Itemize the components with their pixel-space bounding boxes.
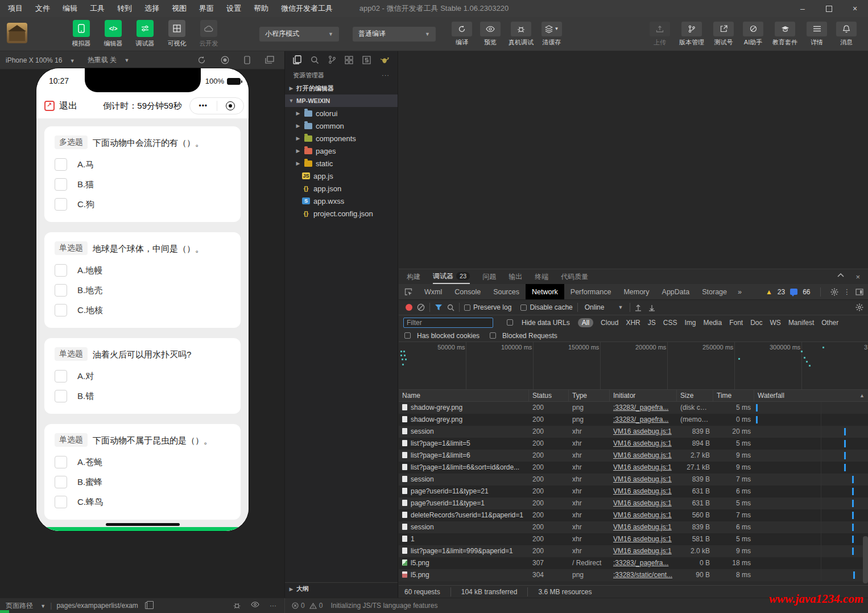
messages-button[interactable]: 消息 <box>836 22 857 47</box>
throttling-select[interactable]: Online ▼ <box>582 303 626 311</box>
network-row[interactable]: shadow-grey.png200png:33283/_pagefra...(… <box>399 402 868 414</box>
dock-side-icon[interactable] <box>855 289 863 295</box>
network-row[interactable]: l5.png304png:33283/static/cent...90 B8 m… <box>399 569 868 581</box>
tree-item-colorui[interactable]: ▶colorui <box>285 107 398 120</box>
network-settings-gear-icon[interactable] <box>855 303 863 311</box>
minimize-button[interactable]: – <box>790 0 816 17</box>
teapot-icon[interactable] <box>380 56 390 64</box>
checkbox-icon[interactable] <box>55 264 67 277</box>
import-har-icon[interactable] <box>635 304 642 311</box>
tab-output[interactable]: 输出 <box>509 269 522 284</box>
restart-icon[interactable] <box>197 56 206 64</box>
option-row[interactable]: A.地幔 <box>55 264 230 277</box>
menu-item-help[interactable]: 帮助 <box>254 3 268 14</box>
search-icon[interactable] <box>447 304 454 311</box>
option-row[interactable]: C.地核 <box>55 304 230 316</box>
watch-icon[interactable] <box>251 602 259 610</box>
network-row[interactable]: session200xhrVM16 asdebug.js:1839 B7 ms <box>399 474 868 486</box>
option-row[interactable]: C.蜂鸟 <box>55 496 230 508</box>
tab-performance[interactable]: Performance <box>564 284 618 299</box>
mode-select[interactable]: 小程序模式 ▼ <box>259 27 339 42</box>
network-row[interactable]: 1200xhrVM16 asdebug.js:1581 B5 ms <box>399 533 868 545</box>
type-filter-xhr[interactable]: XHR <box>626 319 640 327</box>
warnings-status[interactable]: 0 <box>309 602 323 610</box>
page-path-label[interactable]: 页面路径 ▼ <box>6 601 46 611</box>
network-row[interactable]: list?page=1&limit=6&sort=id&orde...200xh… <box>399 462 868 474</box>
menu-item-interface[interactable]: 界面 <box>199 3 214 14</box>
exit-button[interactable]: 退出 <box>59 100 77 112</box>
tree-item-static[interactable]: ▶static <box>285 157 398 170</box>
clear-cache-button[interactable]: ▼ 清缓存 <box>542 22 562 47</box>
outline-section[interactable]: ▶ 大纲 <box>285 582 398 595</box>
checkbox-icon[interactable] <box>55 178 67 191</box>
network-row[interactable]: page?userid=11&type=1200xhrVM16 asdebug.… <box>399 497 868 509</box>
tree-item-components[interactable]: ▶components <box>285 132 398 145</box>
tab-memory[interactable]: Memory <box>617 284 655 299</box>
menu-item-edit[interactable]: 编辑 <box>63 3 77 14</box>
more-options-icon[interactable]: ··· <box>270 602 276 610</box>
tab-debugger[interactable]: 调试器23 <box>433 269 470 284</box>
initiator-link[interactable]: VM16 asdebug.js:1 <box>613 499 672 507</box>
network-row[interactable]: session200xhrVM16 asdebug.js:1839 B20 ms <box>399 426 868 438</box>
explorer-more-icon[interactable]: ··· <box>382 72 390 79</box>
debug-status-icon[interactable] <box>233 602 241 610</box>
files-icon[interactable] <box>293 55 301 64</box>
kebab-menu-icon[interactable]: ⋮ <box>844 287 851 296</box>
editor-area[interactable] <box>399 51 868 269</box>
initiator-link[interactable]: :33283/_pagefra... <box>613 559 668 567</box>
checkbox-icon[interactable] <box>55 284 67 297</box>
filter-funnel-icon[interactable] <box>435 304 443 311</box>
collapse-panel-icon[interactable] <box>837 273 844 281</box>
tab-sources[interactable]: Sources <box>487 284 526 299</box>
hot-reload-select[interactable]: 热重载 关 ▼ <box>88 55 130 65</box>
checkbox-icon[interactable] <box>55 456 67 468</box>
checkbox-icon[interactable] <box>55 158 67 171</box>
project-root-section[interactable]: ▼ MP-WEIXIN <box>285 94 398 107</box>
more-menu-button[interactable]: ••• <box>190 102 217 110</box>
menu-item-file[interactable]: 文件 <box>35 3 50 14</box>
type-filter-ws[interactable]: WS <box>770 319 781 327</box>
search-icon[interactable] <box>311 56 319 64</box>
network-row[interactable]: page?userid=11&type=21200xhrVM16 asdebug… <box>399 486 868 497</box>
maximize-button[interactable] <box>816 0 842 17</box>
debugger-toggle-button[interactable]: 调试器 <box>132 20 158 48</box>
filter-input[interactable] <box>403 318 493 328</box>
compile-button[interactable]: 编译 <box>452 22 472 47</box>
menu-item-devtools[interactable]: 微信开发者工具 <box>281 3 333 14</box>
tab-problems[interactable]: 问题 <box>482 269 496 284</box>
visualization-toggle-button[interactable]: 可视化 <box>164 20 190 48</box>
cloud-dev-button[interactable]: 云开发 <box>196 20 222 48</box>
menu-item-project[interactable]: 项目 <box>8 3 23 14</box>
menu-item-view[interactable]: 视图 <box>172 3 187 14</box>
initiator-link[interactable]: VM16 asdebug.js:1 <box>613 487 672 495</box>
copy-icon[interactable] <box>145 602 151 609</box>
checkbox-icon[interactable] <box>55 198 67 211</box>
menu-item-settings[interactable]: 设置 <box>226 3 241 14</box>
table-scrollbar[interactable] <box>863 536 868 583</box>
message-count[interactable]: 66 <box>803 288 810 296</box>
checkbox-icon[interactable] <box>55 496 67 508</box>
tab-code-quality[interactable]: 代码质量 <box>561 269 588 284</box>
tab-console[interactable]: Console <box>448 284 487 299</box>
education-suite-button[interactable]: 教育套件 <box>772 22 797 47</box>
network-row[interactable]: shadow-grey.png200png:33283/_pagefra...(… <box>399 414 868 426</box>
git-icon[interactable] <box>328 55 336 64</box>
close-panel-icon[interactable]: × <box>855 273 860 281</box>
hide-data-urls-checkbox[interactable] <box>507 319 513 326</box>
disable-cache-checkbox[interactable] <box>520 305 527 311</box>
tab-storage[interactable]: Storage <box>696 284 733 299</box>
network-row[interactable]: l5.png307/ Redirect:33283/_pagefra...0 B… <box>399 557 868 569</box>
errors-status[interactable]: 0 <box>292 602 305 610</box>
close-button[interactable]: × <box>842 0 868 17</box>
option-row[interactable]: B.地壳 <box>55 284 230 297</box>
tab-appdata[interactable]: AppData <box>656 284 696 299</box>
record-stop-icon[interactable] <box>221 56 229 64</box>
initiator-link[interactable]: :33283/_pagefra... <box>613 415 668 423</box>
blocked-cookies-checkbox[interactable] <box>404 332 411 339</box>
tree-item-app-json[interactable]: {}app.json <box>285 182 398 195</box>
more-tabs-icon[interactable]: » <box>733 288 746 296</box>
option-row[interactable]: B.蜜蜂 <box>55 476 230 488</box>
type-filter-font[interactable]: Font <box>729 319 743 327</box>
multi-window-icon[interactable] <box>265 56 274 64</box>
inspect-element-icon[interactable] <box>399 288 418 296</box>
